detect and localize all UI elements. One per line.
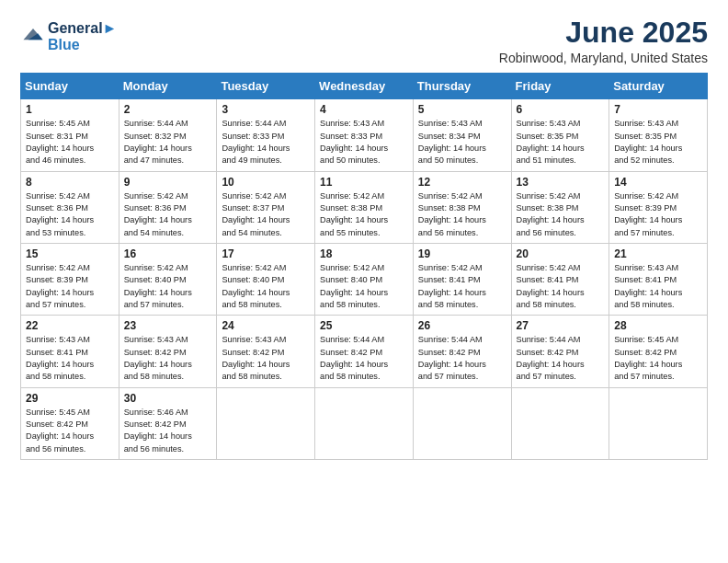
- table-row: 10 Sunrise: 5:42 AMSunset: 8:37 PMDaylig…: [217, 171, 315, 243]
- day-info: Sunrise: 5:46 AMSunset: 8:42 PMDaylight:…: [124, 407, 212, 455]
- day-number: 12: [418, 176, 506, 189]
- day-number: 22: [26, 319, 114, 332]
- day-number: 15: [26, 247, 114, 260]
- day-info: Sunrise: 5:44 AMSunset: 8:42 PMDaylight:…: [418, 334, 506, 383]
- header-tuesday: Tuesday: [217, 74, 315, 99]
- table-row: 12 Sunrise: 5:42 AMSunset: 8:38 PMDaylig…: [413, 171, 511, 243]
- day-number: 25: [320, 319, 408, 332]
- day-info: Sunrise: 5:44 AMSunset: 8:33 PMDaylight:…: [222, 118, 310, 167]
- calendar-week-row: 15 Sunrise: 5:42 AMSunset: 8:39 PMDaylig…: [21, 243, 708, 315]
- table-row: 17 Sunrise: 5:42 AMSunset: 8:40 PMDaylig…: [217, 243, 315, 315]
- header-sunday: Sunday: [21, 74, 119, 99]
- title-block: June 2025 Robinwood, Maryland, United St…: [499, 17, 708, 65]
- table-row: 21 Sunrise: 5:43 AMSunset: 8:41 PMDaylig…: [609, 243, 708, 315]
- day-info: Sunrise: 5:42 AMSunset: 8:36 PMDaylight:…: [124, 190, 212, 239]
- day-number: 6: [517, 103, 605, 116]
- header-friday: Friday: [511, 74, 609, 99]
- day-info: Sunrise: 5:43 AMSunset: 8:42 PMDaylight:…: [222, 334, 310, 383]
- logo-icon: [20, 22, 46, 48]
- table-row: [511, 387, 609, 459]
- day-number: 3: [222, 103, 310, 116]
- table-row: 28 Sunrise: 5:45 AMSunset: 8:42 PMDaylig…: [609, 316, 708, 387]
- day-info: Sunrise: 5:44 AMSunset: 8:42 PMDaylight:…: [517, 334, 605, 383]
- table-row: 29 Sunrise: 5:45 AMSunset: 8:42 PMDaylig…: [21, 387, 119, 459]
- day-info: Sunrise: 5:42 AMSunset: 8:36 PMDaylight:…: [26, 190, 114, 239]
- table-row: 8 Sunrise: 5:42 AMSunset: 8:36 PMDayligh…: [21, 171, 119, 243]
- table-row: 6 Sunrise: 5:43 AMSunset: 8:35 PMDayligh…: [511, 99, 609, 171]
- day-info: Sunrise: 5:42 AMSunset: 8:41 PMDaylight:…: [517, 262, 605, 311]
- day-number: 29: [26, 392, 114, 405]
- day-info: Sunrise: 5:43 AMSunset: 8:42 PMDaylight:…: [124, 334, 212, 383]
- day-number: 11: [320, 176, 408, 189]
- day-number: 17: [222, 247, 310, 260]
- day-info: Sunrise: 5:42 AMSunset: 8:37 PMDaylight:…: [222, 190, 310, 239]
- day-number: 9: [124, 176, 212, 189]
- day-number: 26: [418, 319, 506, 332]
- day-number: 21: [614, 247, 702, 260]
- svg-marker-2: [24, 29, 43, 40]
- header-saturday: Saturday: [609, 74, 708, 99]
- table-row: 22 Sunrise: 5:43 AMSunset: 8:41 PMDaylig…: [21, 316, 119, 387]
- day-info: Sunrise: 5:44 AMSunset: 8:32 PMDaylight:…: [124, 118, 212, 167]
- table-row: 16 Sunrise: 5:42 AMSunset: 8:40 PMDaylig…: [119, 243, 217, 315]
- day-number: 16: [124, 247, 212, 260]
- day-number: 13: [517, 176, 605, 189]
- day-info: Sunrise: 5:42 AMSunset: 8:41 PMDaylight:…: [418, 262, 506, 311]
- day-number: 24: [222, 319, 310, 332]
- day-info: Sunrise: 5:43 AMSunset: 8:35 PMDaylight:…: [614, 118, 702, 167]
- table-row: [413, 387, 511, 459]
- table-row: 11 Sunrise: 5:42 AMSunset: 8:38 PMDaylig…: [315, 171, 414, 243]
- day-number: 2: [124, 103, 212, 116]
- day-info: Sunrise: 5:43 AMSunset: 8:35 PMDaylight:…: [517, 118, 605, 167]
- table-row: 30 Sunrise: 5:46 AMSunset: 8:42 PMDaylig…: [119, 387, 217, 459]
- table-row: 24 Sunrise: 5:43 AMSunset: 8:42 PMDaylig…: [217, 316, 315, 387]
- table-row: 19 Sunrise: 5:42 AMSunset: 8:41 PMDaylig…: [413, 243, 511, 315]
- day-info: Sunrise: 5:42 AMSunset: 8:39 PMDaylight:…: [614, 190, 702, 239]
- day-info: Sunrise: 5:42 AMSunset: 8:38 PMDaylight:…: [517, 190, 605, 239]
- location: Robinwood, Maryland, United States: [499, 51, 708, 65]
- table-row: [217, 387, 315, 459]
- day-info: Sunrise: 5:45 AMSunset: 8:31 PMDaylight:…: [26, 118, 114, 167]
- table-row: 2 Sunrise: 5:44 AMSunset: 8:32 PMDayligh…: [119, 99, 217, 171]
- day-info: Sunrise: 5:45 AMSunset: 8:42 PMDaylight:…: [614, 334, 702, 383]
- day-number: 1: [26, 103, 114, 116]
- day-info: Sunrise: 5:42 AMSunset: 8:40 PMDaylight:…: [320, 262, 408, 311]
- month-title: June 2025: [499, 17, 708, 49]
- calendar-week-row: 22 Sunrise: 5:43 AMSunset: 8:41 PMDaylig…: [21, 316, 708, 387]
- day-number: 30: [124, 392, 212, 405]
- table-row: 9 Sunrise: 5:42 AMSunset: 8:36 PMDayligh…: [119, 171, 217, 243]
- day-number: 18: [320, 247, 408, 260]
- header-monday: Monday: [119, 74, 217, 99]
- logo: General► Blue: [20, 20, 117, 54]
- day-number: 20: [517, 247, 605, 260]
- day-number: 27: [517, 319, 605, 332]
- day-number: 7: [614, 103, 702, 116]
- day-number: 8: [26, 176, 114, 189]
- table-row: 3 Sunrise: 5:44 AMSunset: 8:33 PMDayligh…: [217, 99, 315, 171]
- day-info: Sunrise: 5:43 AMSunset: 8:41 PMDaylight:…: [26, 334, 114, 383]
- table-row: 26 Sunrise: 5:44 AMSunset: 8:42 PMDaylig…: [413, 316, 511, 387]
- day-info: Sunrise: 5:43 AMSunset: 8:41 PMDaylight:…: [614, 262, 702, 311]
- day-info: Sunrise: 5:44 AMSunset: 8:42 PMDaylight:…: [320, 334, 408, 383]
- day-number: 5: [418, 103, 506, 116]
- day-number: 4: [320, 103, 408, 116]
- table-row: 20 Sunrise: 5:42 AMSunset: 8:41 PMDaylig…: [511, 243, 609, 315]
- day-info: Sunrise: 5:42 AMSunset: 8:40 PMDaylight:…: [124, 262, 212, 311]
- table-row: [609, 387, 708, 459]
- table-row: 14 Sunrise: 5:42 AMSunset: 8:39 PMDaylig…: [609, 171, 708, 243]
- day-number: 23: [124, 319, 212, 332]
- table-row: 23 Sunrise: 5:43 AMSunset: 8:42 PMDaylig…: [119, 316, 217, 387]
- logo-text: General► Blue: [48, 20, 117, 54]
- weekday-header-row: Sunday Monday Tuesday Wednesday Thursday…: [21, 74, 708, 99]
- day-info: Sunrise: 5:42 AMSunset: 8:40 PMDaylight:…: [222, 262, 310, 311]
- table-row: 4 Sunrise: 5:43 AMSunset: 8:33 PMDayligh…: [315, 99, 414, 171]
- table-row: 1 Sunrise: 5:45 AMSunset: 8:31 PMDayligh…: [21, 99, 119, 171]
- calendar-week-row: 8 Sunrise: 5:42 AMSunset: 8:36 PMDayligh…: [21, 171, 708, 243]
- table-row: [315, 387, 414, 459]
- day-number: 28: [614, 319, 702, 332]
- header-wednesday: Wednesday: [315, 74, 414, 99]
- day-number: 19: [418, 247, 506, 260]
- calendar-week-row: 29 Sunrise: 5:45 AMSunset: 8:42 PMDaylig…: [21, 387, 708, 459]
- table-row: 15 Sunrise: 5:42 AMSunset: 8:39 PMDaylig…: [21, 243, 119, 315]
- header-thursday: Thursday: [413, 74, 511, 99]
